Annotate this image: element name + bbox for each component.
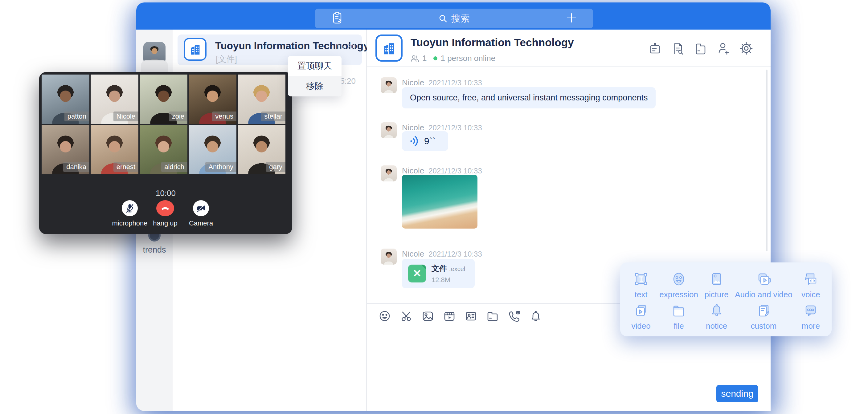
message-time: 2021/12/3 10:33 xyxy=(429,78,482,87)
participant-tile: ernest xyxy=(91,125,138,174)
panel-label: expression xyxy=(659,290,698,299)
online-dot xyxy=(433,56,437,60)
participant-name: gary xyxy=(266,162,285,172)
send-button[interactable]: sending xyxy=(716,385,758,402)
panel-item-expression[interactable]: expression xyxy=(659,269,698,300)
panel-label: voice xyxy=(801,290,820,299)
conversation-time: 15:20 xyxy=(336,42,356,52)
camera-off-icon xyxy=(196,203,206,213)
settings-gear-icon[interactable] xyxy=(739,41,753,56)
voice-message-bubble[interactable]: 9`` xyxy=(402,131,448,151)
chat-subheader: 1 1 person online xyxy=(410,54,495,63)
text-message-bubble[interactable]: Open source, free, and universal instant… xyxy=(402,87,656,108)
panel-label: notice xyxy=(706,321,727,331)
trends-label: trends xyxy=(136,245,173,255)
building-icon xyxy=(188,42,202,56)
sender-avatar[interactable] xyxy=(381,249,397,264)
voice-wave-icon xyxy=(409,135,420,147)
video-clapper-icon[interactable] xyxy=(443,309,456,323)
group-file-icon[interactable] xyxy=(693,41,708,56)
search-placeholder-group: 搜索 xyxy=(315,9,593,28)
file-folder-icon[interactable] xyxy=(486,309,499,323)
excel-file-icon: ✕ xyxy=(408,264,426,283)
group-avatar[interactable] xyxy=(375,34,403,62)
page-background: 搜索 trends xyxy=(0,0,868,414)
camera-label: Camera xyxy=(179,219,222,227)
participant-tile: zoie xyxy=(140,74,187,124)
file-message-bubble[interactable]: ✕ 文件 .excel 12.8M xyxy=(402,259,475,288)
file-name: 文件 xyxy=(432,264,447,273)
panel-item-voice[interactable]: voice xyxy=(793,269,829,300)
panel-label: custom xyxy=(751,321,777,331)
expression-icon xyxy=(671,271,687,287)
panel-item-notice[interactable]: notice xyxy=(698,300,735,332)
member-count: 1 xyxy=(422,54,427,63)
online-status: 1 person online xyxy=(440,54,495,63)
message-scrollbar[interactable] xyxy=(766,70,768,251)
participant-name: patton xyxy=(64,112,89,121)
sender-avatar[interactable] xyxy=(381,122,397,138)
participant-tile: Nicole xyxy=(91,74,138,124)
panel-item-picture[interactable]: picture xyxy=(698,269,735,300)
emoji-icon[interactable] xyxy=(378,309,392,323)
panel-item-audio-video[interactable]: Audio and video xyxy=(735,269,792,300)
search-bar[interactable]: 搜索 xyxy=(315,9,593,28)
camera-control: Camera xyxy=(179,200,222,227)
notification-bell-icon[interactable] xyxy=(529,309,542,323)
add-member-icon[interactable] xyxy=(716,41,731,56)
chat-header-actions xyxy=(648,41,753,56)
building-icon xyxy=(381,40,397,56)
panel-item-file[interactable]: file xyxy=(659,300,698,332)
call-log-icon[interactable] xyxy=(331,11,343,26)
participant-tile: gary xyxy=(238,125,285,174)
participant-name: Anthony xyxy=(205,162,237,172)
menu-item-remove[interactable]: 移除 xyxy=(288,76,342,96)
sender-name: Nicole xyxy=(402,249,424,258)
panel-item-text[interactable]: text xyxy=(623,269,659,300)
participant-name: Nicole xyxy=(114,112,138,121)
video-call-overlay: patton Nicole zoie venus stellar danika … xyxy=(39,72,292,234)
participant-tile: aldrich xyxy=(140,125,187,174)
chat-main: Tuoyun Information Technology 1 1 person… xyxy=(367,30,771,411)
voice-icon xyxy=(802,271,819,287)
hangup-button[interactable] xyxy=(156,200,174,216)
panel-item-video[interactable]: video xyxy=(623,300,659,332)
sender-avatar[interactable] xyxy=(381,165,397,182)
image-message-beach[interactable] xyxy=(402,174,477,229)
add-icon[interactable] xyxy=(566,12,577,25)
text-icon xyxy=(633,271,649,287)
participant-name: venus xyxy=(212,112,237,121)
video-call-icon[interactable] xyxy=(507,309,521,323)
participant-tile: stellar xyxy=(238,74,285,124)
file-icon xyxy=(671,302,687,319)
microphone-mute-button[interactable] xyxy=(122,200,138,216)
message-meta: Nicole2021/12/3 10:33 xyxy=(402,78,482,88)
menu-item-pin-chat[interactable]: 置顶聊天 xyxy=(288,56,342,76)
image-icon[interactable] xyxy=(421,309,435,323)
call-timer: 10:00 xyxy=(39,189,292,198)
file-meta: 文件 .excel 12.8M xyxy=(432,263,465,284)
participant-tile: patton xyxy=(41,74,89,124)
conversation-last-message: [文件] xyxy=(216,54,237,65)
group-notice-icon[interactable] xyxy=(648,41,662,56)
participant-tile: venus xyxy=(189,74,237,124)
participant-name: ernest xyxy=(114,162,138,172)
picture-icon xyxy=(708,271,725,287)
panel-label: Audio and video xyxy=(735,290,792,299)
chat-history-search-icon[interactable] xyxy=(671,41,685,56)
top-bar: 搜索 xyxy=(136,2,771,30)
video-icon xyxy=(633,302,649,319)
audio-video-icon xyxy=(755,271,772,287)
screenshot-scissors-icon[interactable] xyxy=(400,309,413,323)
panel-label: more xyxy=(802,321,820,331)
sender-name: Nicole xyxy=(402,78,424,87)
sender-avatar[interactable] xyxy=(381,77,397,93)
message-meta: Nicole2021/12/3 10:33 xyxy=(402,166,482,176)
message-time: 2021/12/3 10:33 xyxy=(429,124,482,132)
panel-item-more[interactable]: more xyxy=(793,300,829,332)
panel-item-custom[interactable]: custom xyxy=(735,300,792,332)
message-meta: Nicole2021/12/3 10:33 xyxy=(402,249,482,259)
camera-off-button[interactable] xyxy=(193,200,209,216)
contact-card-icon[interactable] xyxy=(464,309,478,323)
participant-name: zoie xyxy=(169,112,187,121)
